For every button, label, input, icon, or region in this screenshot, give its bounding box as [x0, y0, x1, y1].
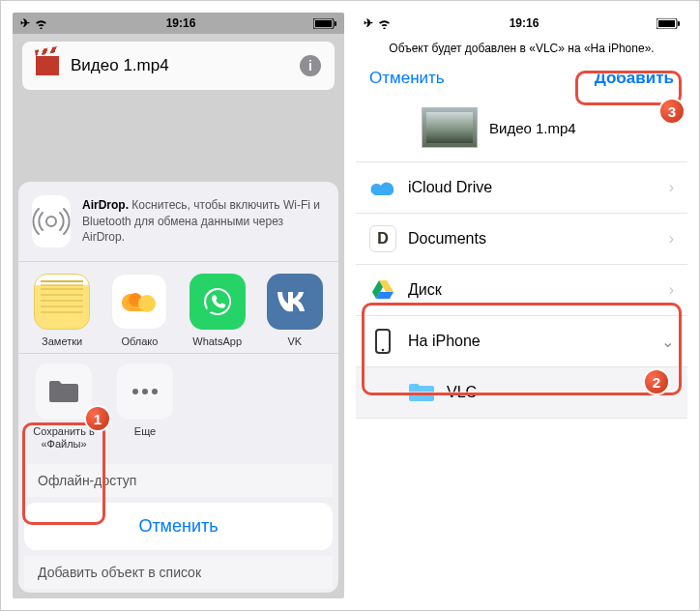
left-phone: ✈ 19:16 Видео 1.mp4 i — [13, 13, 344, 598]
notes-icon — [34, 274, 90, 330]
share-cancel-button[interactable]: Отменить — [24, 503, 333, 550]
svg-point-14 — [382, 349, 385, 352]
share-actions-row: Сохранить в «Файлы» Еще — [18, 354, 338, 464]
chevron-right-icon: › — [669, 281, 674, 299]
share-apps-row: Заметки Облако WhatsApp — [18, 262, 338, 353]
documents-icon: D — [369, 225, 396, 252]
status-bar: ✈ 19:16 — [356, 13, 687, 34]
location-icloud[interactable]: iCloud Drive › — [356, 162, 687, 214]
folder-icon — [36, 364, 92, 420]
svg-point-7 — [132, 389, 138, 394]
svg-point-3 — [46, 217, 56, 226]
share-app-whatsapp[interactable]: WhatsApp — [182, 274, 253, 347]
info-icon[interactable]: i — [300, 55, 321, 76]
stub-addlist: Добавить объект в список — [24, 556, 333, 589]
status-bar: ✈ 19:16 — [13, 13, 344, 34]
status-time: 19:16 — [166, 16, 196, 30]
airplane-icon: ✈ — [20, 16, 30, 30]
folder-icon — [408, 379, 435, 406]
nav-bar: Отменить Добавить — [356, 63, 687, 98]
file-title: Видео 1.mp4 — [71, 56, 169, 75]
battery-icon — [656, 18, 680, 29]
stub-offline: Офлайн-доступ — [24, 464, 333, 497]
save-hint: Объект будет добавлен в «VLC» на «На iPh… — [356, 34, 687, 63]
action-more[interactable]: Еще — [107, 364, 183, 451]
status-time: 19:16 — [510, 16, 540, 30]
battery-icon — [313, 18, 336, 29]
wifi-icon — [377, 18, 392, 29]
location-vlc-folder[interactable]: VLC — [356, 367, 687, 419]
more-icon — [117, 364, 173, 420]
add-button[interactable]: Добавить — [595, 69, 674, 88]
cancel-button[interactable]: Отменить — [369, 69, 445, 88]
right-phone: ✈ 19:16 Объект будет добавлен в «VLC» на… — [356, 13, 687, 598]
svg-rect-11 — [658, 20, 675, 27]
vk-icon — [267, 274, 323, 330]
icloud-icon — [369, 174, 396, 201]
location-documents[interactable]: D Documents › — [356, 214, 687, 265]
chevron-down-icon: ⌄ — [661, 333, 674, 351]
share-app-cloud[interactable]: Облако — [103, 274, 175, 347]
whatsapp-icon — [190, 274, 246, 330]
svg-point-9 — [152, 389, 158, 394]
iphone-device-icon — [369, 328, 396, 355]
svg-rect-2 — [335, 21, 336, 26]
wifi-icon — [34, 18, 48, 29]
svg-rect-1 — [315, 20, 332, 27]
share-sheet: AirDrop. Коснитесь, чтобы включить Wi-Fi… — [18, 182, 338, 593]
airplane-icon: ✈ — [364, 16, 373, 30]
video-thumbnail — [422, 107, 478, 148]
location-drive[interactable]: Диск › — [356, 265, 687, 316]
svg-point-5 — [138, 295, 156, 312]
google-drive-icon — [369, 276, 396, 304]
svg-point-8 — [142, 389, 148, 394]
file-header-row: Видео 1.mp4 i — [22, 42, 335, 90]
share-app-vk[interactable]: VK — [259, 274, 331, 347]
share-app-notes[interactable]: Заметки — [26, 274, 98, 347]
airdrop-icon — [32, 195, 71, 247]
airdrop-text: AirDrop. Коснитесь, чтобы включить Wi-Fi… — [82, 197, 325, 245]
video-file-icon — [36, 56, 59, 75]
file-preview-row: Видео 1.mp4 — [356, 98, 687, 162]
cloud-mailru-icon — [111, 274, 167, 330]
svg-rect-12 — [678, 21, 680, 26]
chevron-right-icon: › — [669, 179, 674, 196]
airdrop-row[interactable]: AirDrop. Коснитесь, чтобы включить Wi-Fi… — [18, 182, 338, 261]
location-on-iphone[interactable]: На iPhone ⌄ — [356, 316, 687, 367]
action-save-to-files[interactable]: Сохранить в «Файлы» — [26, 364, 102, 451]
file-name: Видео 1.mp4 — [489, 120, 576, 136]
chevron-right-icon: › — [669, 230, 674, 247]
